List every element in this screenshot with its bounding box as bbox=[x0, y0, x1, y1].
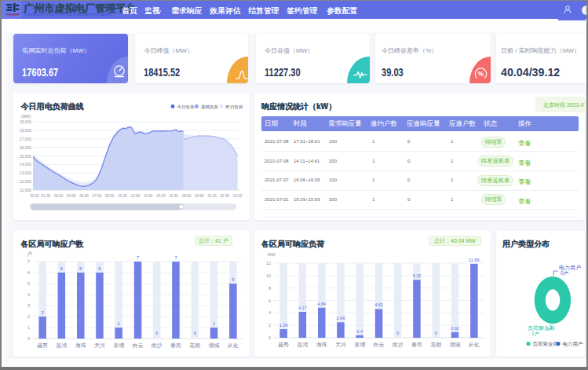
svg-text:13:30: 13:30 bbox=[144, 194, 153, 198]
svg-text:1: 1 bbox=[213, 321, 215, 326]
svg-text:0: 0 bbox=[435, 331, 437, 335]
svg-text:从化: 从化 bbox=[227, 343, 239, 349]
svg-text:16:30: 16:30 bbox=[169, 194, 178, 198]
svg-text:12,000: 12,000 bbox=[20, 179, 32, 184]
svg-text:MW: MW bbox=[268, 252, 276, 257]
svg-text:荔湾: 荔湾 bbox=[55, 343, 67, 349]
svg-text:0.92: 0.92 bbox=[451, 326, 459, 331]
svg-text:18:00: 18:00 bbox=[182, 194, 192, 198]
svg-text:15,000: 15,000 bbox=[20, 154, 32, 159]
svg-text:19,000: 19,000 bbox=[20, 119, 32, 124]
svg-text:6: 6 bbox=[98, 266, 100, 271]
svg-text:2: 2 bbox=[41, 310, 43, 315]
svg-text:越秀: 越秀 bbox=[37, 343, 48, 349]
svg-text:16,000: 16,000 bbox=[20, 145, 32, 150]
svg-text:3: 3 bbox=[27, 303, 30, 308]
svg-text:电力用户: 电力用户 bbox=[563, 341, 583, 347]
svg-text:7: 7 bbox=[27, 259, 30, 264]
svg-text:24:00: 24:00 bbox=[233, 194, 243, 198]
svg-text:7: 7 bbox=[137, 255, 139, 260]
svg-text:4.17: 4.17 bbox=[298, 306, 307, 310]
svg-text:增城: 增城 bbox=[449, 342, 461, 348]
svg-text:海珠: 海珠 bbox=[316, 342, 327, 348]
svg-text:1.39: 1.39 bbox=[279, 323, 288, 328]
svg-text:今日负荷: 今日负荷 bbox=[177, 104, 195, 110]
svg-text:13,000: 13,000 bbox=[20, 170, 32, 175]
svg-text:昨日负荷: 昨日负荷 bbox=[226, 104, 244, 110]
svg-text:番禺: 番禺 bbox=[170, 343, 181, 348]
svg-text:17,000: 17,000 bbox=[20, 137, 32, 141]
svg-text:0: 0 bbox=[396, 331, 399, 335]
svg-text:8: 8 bbox=[268, 286, 271, 291]
svg-text:从化: 从化 bbox=[468, 342, 480, 348]
svg-text:(MW): (MW) bbox=[21, 114, 31, 119]
svg-text:4: 4 bbox=[27, 292, 30, 297]
svg-text:花都: 花都 bbox=[189, 343, 200, 349]
svg-text:6: 6 bbox=[79, 266, 82, 271]
svg-text:越秀: 越秀 bbox=[278, 342, 289, 348]
svg-text:番禺: 番禺 bbox=[411, 342, 422, 347]
svg-text:18,000: 18,000 bbox=[20, 128, 32, 133]
svg-text:天河: 天河 bbox=[94, 343, 105, 349]
svg-text:1: 1 bbox=[27, 325, 30, 330]
svg-text:0: 0 bbox=[155, 331, 158, 335]
svg-text:14,000: 14,000 bbox=[20, 162, 32, 167]
svg-text:花都: 花都 bbox=[430, 342, 441, 348]
svg-text:11.89: 11.89 bbox=[469, 258, 479, 262]
svg-text:南沙: 南沙 bbox=[393, 342, 404, 348]
svg-text:黄埔: 黄埔 bbox=[113, 343, 124, 349]
svg-text:白云: 白云 bbox=[133, 343, 144, 349]
svg-text:南沙: 南沙 bbox=[152, 343, 163, 349]
svg-text:4.84: 4.84 bbox=[317, 302, 326, 306]
svg-text:6: 6 bbox=[268, 299, 271, 303]
svg-text:9.32: 9.32 bbox=[413, 273, 422, 278]
svg-text:12: 12 bbox=[266, 261, 271, 266]
svg-text:2.49: 2.49 bbox=[337, 316, 345, 321]
svg-text:基线负荷: 基线负荷 bbox=[201, 104, 219, 109]
svg-text:09:00: 09:00 bbox=[105, 194, 115, 198]
svg-text:06:00: 06:00 bbox=[79, 194, 89, 198]
svg-text:天河: 天河 bbox=[335, 342, 346, 348]
svg-text:07:30: 07:30 bbox=[93, 194, 102, 198]
svg-text:15:00: 15:00 bbox=[156, 194, 166, 198]
svg-text:海珠: 海珠 bbox=[75, 343, 86, 349]
svg-text:0: 0 bbox=[27, 336, 30, 341]
svg-text:2: 2 bbox=[268, 323, 271, 328]
svg-text:荔湾: 荔湾 bbox=[296, 342, 308, 348]
svg-text:03:00: 03:00 bbox=[54, 194, 64, 198]
svg-text:6: 6 bbox=[27, 270, 30, 275]
svg-text:10: 10 bbox=[266, 273, 271, 278]
svg-text:0户: 0户 bbox=[561, 270, 568, 276]
svg-text:1: 1 bbox=[118, 321, 120, 326]
svg-text:增城: 增城 bbox=[208, 343, 220, 349]
svg-text:10:30: 10:30 bbox=[118, 194, 127, 198]
svg-text:白云: 白云 bbox=[374, 342, 385, 348]
svg-text:1户: 1户 bbox=[531, 331, 539, 336]
svg-text:22:30: 22:30 bbox=[220, 194, 229, 198]
svg-text:5: 5 bbox=[232, 277, 234, 282]
svg-text:中国南方电网: 中国南方电网 bbox=[5, 13, 20, 16]
svg-text:4: 4 bbox=[268, 310, 271, 315]
svg-text:04:30: 04:30 bbox=[67, 194, 76, 198]
svg-text:5: 5 bbox=[27, 281, 30, 286]
svg-text:%: % bbox=[478, 70, 484, 78]
svg-text:12:00: 12:00 bbox=[130, 194, 140, 198]
svg-text:7: 7 bbox=[174, 255, 177, 260]
svg-text:0: 0 bbox=[194, 331, 196, 335]
svg-text:00:00: 00:00 bbox=[30, 194, 39, 198]
svg-text:6: 6 bbox=[60, 266, 63, 271]
svg-text:0: 0 bbox=[268, 335, 271, 340]
svg-text:11,000: 11,000 bbox=[20, 188, 31, 192]
svg-text:黄埔: 黄埔 bbox=[354, 342, 365, 348]
svg-text:2: 2 bbox=[27, 314, 30, 319]
svg-text:0.4: 0.4 bbox=[356, 329, 363, 334]
svg-text:21:00: 21:00 bbox=[207, 194, 217, 198]
svg-text:01:30: 01:30 bbox=[41, 194, 50, 198]
svg-text:4.62: 4.62 bbox=[374, 302, 383, 307]
svg-text:户: 户 bbox=[27, 251, 32, 257]
svg-text:负荷聚合商: 负荷聚合商 bbox=[533, 341, 559, 347]
svg-text:19:30: 19:30 bbox=[195, 194, 204, 198]
